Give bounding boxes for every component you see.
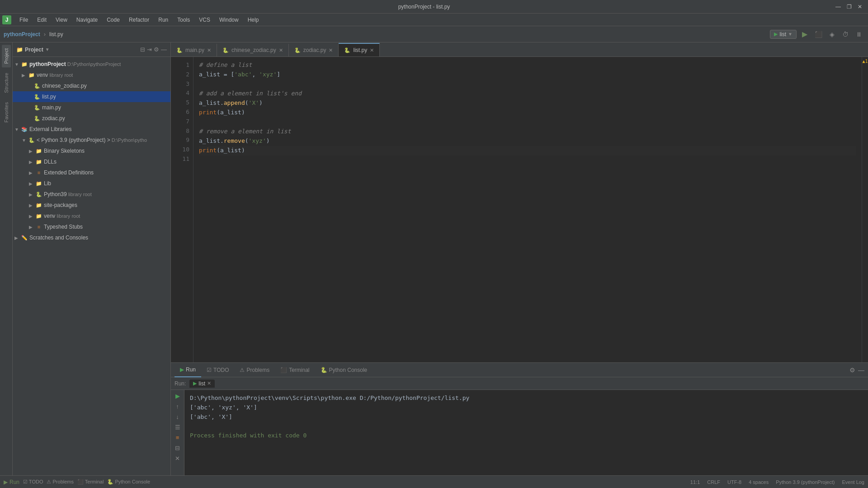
code-line-10: print(a_list) xyxy=(199,146,856,155)
console-close-icon[interactable]: ✕ xyxy=(175,455,180,462)
status-event-log[interactable]: Event Log xyxy=(842,479,864,485)
console-down-icon[interactable]: ↓ xyxy=(176,413,179,420)
menu-vcs[interactable]: VCS xyxy=(194,15,215,25)
bottom-hide-icon[interactable]: — xyxy=(858,366,864,374)
hide-panel-icon[interactable]: — xyxy=(161,46,167,53)
tab-zodiac[interactable]: 🐍 zodiac.py ✕ xyxy=(289,44,339,56)
bottom-tab-terminal[interactable]: ⬛ Terminal xyxy=(275,363,315,377)
window-controls[interactable]: — ❐ ✕ xyxy=(835,3,863,10)
tree-item-venv[interactable]: ▶ 📁 venv library root xyxy=(13,70,170,80)
menu-refactor[interactable]: Refactor xyxy=(124,15,154,25)
tab-close-zodiac[interactable]: ✕ xyxy=(329,47,333,53)
menu-run[interactable]: Run xyxy=(154,15,173,25)
bottom-tab-python-console[interactable]: 🐍 Python Console xyxy=(315,363,373,377)
tree-item-scratches[interactable]: ▶ ✏️ Scratches and Consoles xyxy=(13,232,170,243)
tab-close-main[interactable]: ✕ xyxy=(207,47,211,53)
menu-view[interactable]: View xyxy=(51,15,72,25)
tab-list-py[interactable]: 🐍 list.py ✕ xyxy=(339,43,380,56)
code-editor[interactable]: 1 2 3 4 5 6 7 8 9 10 11 # define a list xyxy=(171,57,868,362)
maximize-button[interactable]: ❐ xyxy=(845,3,853,10)
coverage-button[interactable]: ◈ xyxy=(826,29,837,40)
code-line-2: a_list = ['abc', 'xyz'] xyxy=(199,70,856,80)
console-finish-message: Process finished with exit code 0 xyxy=(190,431,863,441)
tree-item-chinese-zodiac[interactable]: 🐍 chinese_zodiac.py xyxy=(13,80,170,91)
status-line-ending[interactable]: CRLF xyxy=(707,479,720,485)
collapse-all-icon[interactable]: ⊟ xyxy=(140,46,145,53)
py-icon-zodiac: 🐍 xyxy=(33,115,41,122)
status-python-version[interactable]: Python 3.9 (pythonProject) xyxy=(776,479,835,485)
project-side-tab[interactable]: Project xyxy=(2,45,11,67)
toolbar: pythonProject › list.py ▶ list ▼ ▶ ⬛ ◈ ⏱… xyxy=(0,26,868,42)
status-indent[interactable]: 4 spaces xyxy=(749,479,769,485)
tab-main-py[interactable]: 🐍 main.py ✕ xyxy=(171,44,217,56)
status-position[interactable]: 11:1 xyxy=(690,479,700,485)
tab-chinese-zodiac[interactable]: 🐍 chinese_zodiac.py ✕ xyxy=(217,44,289,56)
breadcrumb-project[interactable]: pythonProject xyxy=(4,31,40,38)
console-run-icon[interactable]: ▶ xyxy=(175,393,180,399)
bottom-tab-problems[interactable]: ⚠ Problems xyxy=(234,363,275,377)
tree-item-list-py[interactable]: 🐍 list.py xyxy=(13,91,170,102)
code-line-7 xyxy=(199,117,856,127)
code-content[interactable]: # define a list a_list = ['abc', 'xyz'] … xyxy=(193,57,862,362)
tab-label-zodiac: zodiac.py xyxy=(303,47,326,53)
profile-button[interactable]: ⏱ xyxy=(840,29,851,40)
tree-item-extended-defs[interactable]: ▶ ≡ Extended Definitions xyxy=(13,167,170,178)
run-config-selector[interactable]: ▶ list ▼ xyxy=(770,30,797,39)
status-terminal[interactable]: ⬛ Terminal xyxy=(77,479,104,485)
run-tab-close[interactable]: ✕ xyxy=(207,380,211,386)
folder-icon-venv: 📁 xyxy=(28,71,35,79)
debug-button[interactable]: ⬛ xyxy=(813,29,824,40)
menu-help[interactable]: Help xyxy=(243,15,264,25)
status-python-console[interactable]: 🐍 Python Console xyxy=(107,479,150,485)
tab-close-list[interactable]: ✕ xyxy=(370,47,374,53)
console-print-icon[interactable]: ⊟ xyxy=(175,445,180,451)
run-tab-item[interactable]: ▶ list ✕ xyxy=(189,380,215,388)
tree-item-pythonproject[interactable]: ▼ 📁 pythonProject D:\Python\pythonProjec… xyxy=(13,59,170,70)
bottom-tab-todo[interactable]: ☑ TODO xyxy=(201,363,234,377)
minimize-button[interactable]: — xyxy=(835,3,842,10)
console-left-tools: ▶ ↑ ↓ ☰ ≡ ⊟ ✕ xyxy=(171,390,184,475)
py-icon-tab-main: 🐍 xyxy=(176,47,183,53)
menu-window[interactable]: Window xyxy=(215,15,243,25)
tree-item-venv2[interactable]: ▶ 📁 venv library root xyxy=(13,211,170,221)
run-button[interactable]: ▶ xyxy=(799,29,810,40)
menu-edit[interactable]: Edit xyxy=(33,15,51,25)
scroll-to-icon[interactable]: ⇥ xyxy=(147,46,152,53)
console-list-icon[interactable]: ☰ xyxy=(175,424,180,431)
py-icon-tab-zodiac: 🐍 xyxy=(294,47,301,53)
status-run-button[interactable]: ▶ Run xyxy=(4,479,19,485)
bottom-settings-icon[interactable]: ⚙ xyxy=(849,366,855,374)
close-button[interactable]: ✕ xyxy=(856,3,863,10)
label-venv2: venv xyxy=(44,213,55,219)
tree-item-external-libs[interactable]: ▼ 📚 External Libraries xyxy=(13,124,170,135)
tree-item-zodiac-py[interactable]: 🐍 zodiac.py xyxy=(13,113,170,124)
favorites-side-tab[interactable]: Favorites xyxy=(2,99,11,126)
breadcrumb-file[interactable]: list.py xyxy=(49,31,63,38)
tree-item-typeshed[interactable]: ▶ ≡ Typeshed Stubs xyxy=(13,221,170,232)
tree-item-python39[interactable]: ▼ 🐍 < Python 3.9 (pythonProject) > D:\Py… xyxy=(13,135,170,145)
label-dlls: DLLs xyxy=(44,159,57,165)
menu-tools[interactable]: Tools xyxy=(173,15,194,25)
dropdown-icon[interactable]: ▼ xyxy=(45,47,50,52)
tree-item-main-py[interactable]: 🐍 main.py xyxy=(13,102,170,113)
menu-file[interactable]: File xyxy=(15,15,33,25)
status-encoding[interactable]: UTF-8 xyxy=(727,479,741,485)
status-problems[interactable]: ⚠ Problems xyxy=(47,479,74,485)
bottom-tab-run[interactable]: ▶ Run xyxy=(175,363,201,377)
project-panel-tools[interactable]: ⊟ ⇥ ⚙ — xyxy=(140,46,167,53)
status-todo[interactable]: ☑ TODO xyxy=(23,479,43,485)
gear-icon[interactable]: ⚙ xyxy=(154,46,159,53)
structure-side-tab[interactable]: Structure xyxy=(2,69,11,97)
tree-item-lib[interactable]: ▶ 📁 Lib xyxy=(13,178,170,189)
tree-item-binary-skeletons[interactable]: ▶ 📁 Binary Skeletons xyxy=(13,145,170,156)
console-list2-icon[interactable]: ≡ xyxy=(176,434,179,441)
label-binary-skeletons: Binary Skeletons xyxy=(44,148,85,154)
menu-navigate[interactable]: Navigate xyxy=(72,15,102,25)
pause-button[interactable]: ⏸ xyxy=(854,29,864,40)
tree-item-python39-root[interactable]: ▶ 🐍 Python39 library root xyxy=(13,189,170,200)
menu-code[interactable]: Code xyxy=(102,15,124,25)
console-up-icon[interactable]: ↑ xyxy=(176,403,179,410)
tree-item-site-packages[interactable]: ▶ 📁 site-packages xyxy=(13,200,170,211)
tree-item-dlls[interactable]: ▶ 📁 DLLs xyxy=(13,156,170,167)
tab-close-chinese[interactable]: ✕ xyxy=(279,47,283,53)
